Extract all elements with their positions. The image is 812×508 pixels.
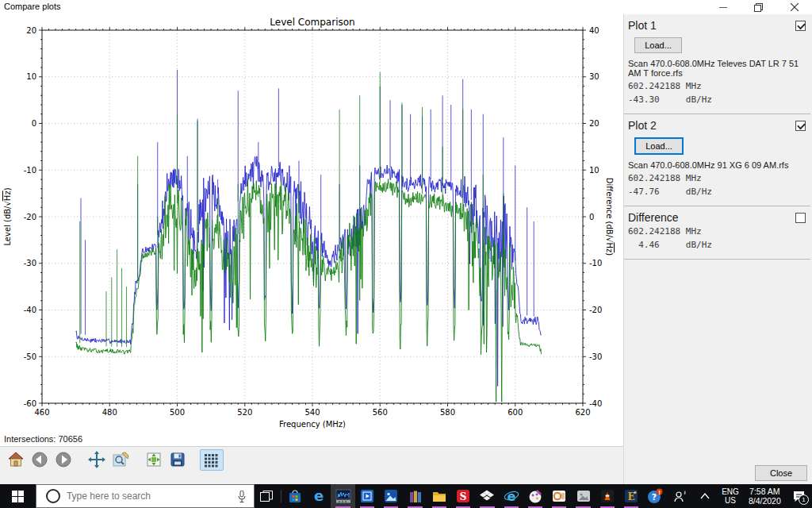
clock-time: 7:58 AM	[749, 487, 780, 496]
svg-text:540: 540	[304, 408, 320, 417]
plot-toolbar	[0, 446, 623, 484]
task-view-icon	[260, 491, 273, 502]
svg-text:620: 620	[575, 408, 590, 417]
grid-table-icon	[204, 453, 220, 468]
people-button[interactable]: R	[668, 484, 692, 508]
taskbar-app-spectrum-analyzer[interactable]	[331, 484, 354, 508]
start-button[interactable]	[0, 484, 36, 508]
search-input[interactable]	[67, 491, 230, 502]
action-center-button[interactable]: 1	[786, 484, 812, 508]
svg-text:e: e	[314, 488, 324, 504]
close-window-button[interactable]	[776, 0, 812, 14]
taskbar-app-photos[interactable]	[379, 484, 403, 508]
svg-text:-20: -20	[589, 306, 602, 314]
svg-text:10: 10	[589, 166, 599, 175]
svg-text:?: ?	[652, 492, 657, 502]
svg-text:600: 600	[508, 408, 523, 417]
svg-text:!: !	[658, 490, 661, 496]
taskbar-app-edge[interactable]: e	[307, 484, 331, 508]
clock[interactable]: 7:58 AM 8/4/2020	[744, 484, 786, 508]
close-button[interactable]: Close	[755, 465, 807, 481]
svg-text:-10: -10	[589, 259, 602, 267]
status-bar: Intersections: 70656	[0, 433, 623, 446]
svg-text:0: 0	[32, 119, 36, 128]
window-title: Compare plots	[4, 2, 61, 11]
configure-subplots-button[interactable]	[143, 449, 165, 469]
taskbar-app-photo-viewer[interactable]	[571, 484, 595, 508]
paint-3d-icon	[527, 488, 543, 504]
clock-date: 8/4/2020	[749, 496, 781, 506]
save-icon	[169, 451, 186, 468]
difference-freq-readout: 602.242188 MHz	[628, 226, 806, 237]
svg-text:-40: -40	[24, 306, 36, 314]
internet-explorer-icon: e	[504, 488, 519, 504]
taskbar-app-file-explorer[interactable]	[427, 484, 451, 508]
plot2-filename: Scan 470.0-608.0MHz 91 XG 6 09 AM.rfs	[628, 160, 806, 170]
plot1-load-button[interactable]: Load...	[634, 37, 682, 53]
taskbar-app-vlc[interactable]	[596, 484, 619, 508]
spectrum-analyzer-icon	[335, 488, 351, 504]
difference-level-readout: 4.46 dB/Hz	[628, 240, 806, 251]
dropbox-icon	[479, 488, 495, 504]
back-button[interactable]	[29, 449, 51, 469]
taskbar-app-store[interactable]	[283, 484, 307, 508]
plot2-level-readout: -47.76 dB/Hz	[628, 187, 806, 198]
windows-logo-icon	[12, 491, 24, 502]
svg-text:S: S	[460, 491, 467, 502]
plot2-title: Plot 2	[628, 119, 806, 132]
svg-text:-50: -50	[24, 352, 36, 361]
svg-text:-10: -10	[24, 166, 36, 175]
forward-icon	[55, 451, 72, 468]
chart-figure: 46048050052054056058060062020100-10-20-3…	[0, 14, 623, 433]
forward-button[interactable]	[52, 449, 75, 469]
search-box[interactable]	[36, 484, 255, 508]
plot1-section: Plot 1 Load... Scan 470.0-608.0MHz Telev…	[624, 14, 810, 114]
taskbar-app-movies-tv[interactable]	[355, 484, 379, 508]
svg-text:-60: -60	[24, 399, 36, 408]
pan-button[interactable]	[86, 449, 108, 469]
plot2-load-button[interactable]: Load...	[634, 137, 684, 155]
task-view-button[interactable]	[255, 484, 279, 508]
home-button[interactable]	[5, 449, 27, 469]
photos-icon	[383, 488, 399, 504]
taskbar-app-internet-explorer[interactable]: e	[500, 484, 523, 508]
taskbar-app-paint-3d[interactable]	[523, 484, 547, 508]
svg-text:e: e	[507, 489, 515, 504]
outlook-icon	[551, 488, 567, 504]
vlc-icon	[599, 488, 615, 504]
back-icon	[31, 451, 48, 468]
svg-text:Level (dB/√Hz): Level (dB/√Hz)	[3, 187, 12, 245]
taskbar: e	[0, 484, 812, 508]
zoom-rect-icon	[112, 451, 129, 468]
svg-text:Level Comparison: Level Comparison	[270, 17, 354, 28]
language-indicator[interactable]: ENG US	[717, 484, 744, 508]
minimize-button[interactable]	[705, 0, 741, 14]
svg-text:20: 20	[26, 26, 36, 35]
taskbar-app-dropbox[interactable]	[475, 484, 499, 508]
taskbar-app-help[interactable]: ? !	[643, 484, 667, 508]
edge-icon: e	[311, 488, 327, 504]
taskbar-app-outlook[interactable]	[547, 484, 571, 508]
taskbar-separator	[281, 490, 282, 502]
restore-button[interactable]	[741, 0, 776, 14]
plot2-checkbox[interactable]	[795, 121, 806, 131]
save-button[interactable]	[167, 449, 189, 469]
difference-checkbox[interactable]	[795, 213, 806, 223]
zoom-rect-button[interactable]	[109, 449, 132, 469]
movies-tv-icon	[359, 488, 375, 504]
microphone-icon[interactable]	[238, 491, 246, 502]
taskbar-app-s[interactable]: S	[451, 484, 475, 508]
svg-text:520: 520	[237, 408, 252, 417]
taskbar-app-video-editor[interactable]: E	[619, 484, 643, 508]
svg-text:40: 40	[589, 26, 599, 35]
plot1-checkbox[interactable]	[795, 21, 806, 31]
restore-icon	[754, 3, 763, 12]
language-region: US	[725, 496, 736, 505]
difference-section: Difference 602.242188 MHz 4.46 dB/Hz	[624, 206, 810, 260]
taskbar-app-winrar[interactable]	[403, 484, 427, 508]
svg-text:20: 20	[589, 119, 599, 128]
plot1-level-readout: -43.30 dB/Hz	[628, 94, 806, 106]
svg-text:580: 580	[440, 408, 455, 417]
tray-expand-button[interactable]	[692, 484, 717, 508]
grid-table-button[interactable]	[200, 449, 224, 471]
